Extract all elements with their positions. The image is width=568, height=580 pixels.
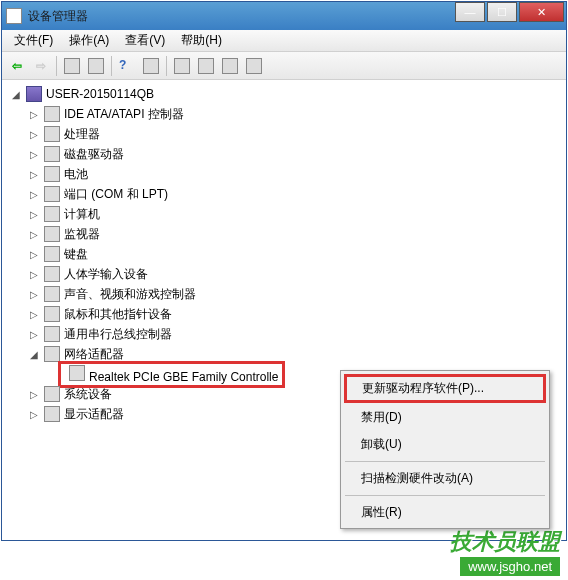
expander-icon[interactable]: ▷ — [28, 128, 40, 140]
toolbar-separator — [56, 56, 57, 76]
device-category-icon — [44, 326, 60, 342]
disable-button[interactable] — [243, 55, 265, 77]
tree-node[interactable]: ▷人体学输入设备 — [6, 264, 562, 284]
menu-view[interactable]: 查看(V) — [117, 30, 173, 51]
tree-node[interactable]: ▷鼠标和其他指针设备 — [6, 304, 562, 324]
expander-icon[interactable]: ▷ — [28, 188, 40, 200]
tree-node[interactable]: ▷通用串行总线控制器 — [6, 324, 562, 344]
expander-icon[interactable]: ▷ — [28, 148, 40, 160]
computer-icon — [26, 86, 42, 102]
device-category-icon — [44, 186, 60, 202]
device-category-icon — [44, 146, 60, 162]
root-label: USER-20150114QB — [46, 87, 154, 101]
ctx-uninstall[interactable]: 卸载(U) — [343, 431, 547, 458]
context-menu: 更新驱动程序软件(P)... 禁用(D) 卸载(U) 扫描检测硬件改动(A) 属… — [340, 370, 550, 529]
update-button[interactable] — [171, 55, 193, 77]
scan-button[interactable] — [195, 55, 217, 77]
update-icon — [174, 58, 190, 74]
device-category-icon — [44, 106, 60, 122]
menu-help[interactable]: 帮助(H) — [173, 30, 230, 51]
maximize-button[interactable]: ☐ — [487, 2, 517, 22]
device-label: Realtek PCIe GBE Family Controlle — [89, 370, 278, 384]
node-label: 显示适配器 — [64, 406, 124, 423]
view-list-button[interactable] — [61, 55, 83, 77]
arrow-left-icon: ⇦ — [12, 59, 22, 73]
tree-node[interactable]: ▷声音、视频和游戏控制器 — [6, 284, 562, 304]
device-category-icon — [44, 246, 60, 262]
ctx-disable[interactable]: 禁用(D) — [343, 404, 547, 431]
tree-node[interactable]: ▷监视器 — [6, 224, 562, 244]
selected-device[interactable]: Realtek PCIe GBE Family Controlle — [58, 361, 285, 388]
ctx-separator — [345, 495, 545, 496]
expander-icon[interactable]: ▷ — [28, 408, 40, 420]
watermark: 技术员联盟 www.jsgho.net — [450, 527, 560, 576]
expander-icon[interactable]: ◢ — [28, 348, 40, 360]
device-category-icon — [44, 386, 60, 402]
expander-icon[interactable]: ▷ — [28, 168, 40, 180]
properties-icon — [143, 58, 159, 74]
tree-root[interactable]: ◢ USER-20150114QB — [6, 84, 562, 104]
menu-file[interactable]: 文件(F) — [6, 30, 61, 51]
expander-icon[interactable]: ▷ — [28, 388, 40, 400]
menubar: 文件(F) 操作(A) 查看(V) 帮助(H) — [2, 30, 566, 52]
ctx-scan[interactable]: 扫描检测硬件改动(A) — [343, 465, 547, 492]
watermark-url: www.jsgho.net — [460, 557, 560, 576]
help-button[interactable]: ? — [116, 55, 138, 77]
device-category-icon — [44, 406, 60, 422]
close-button[interactable]: ✕ — [519, 2, 564, 22]
forward-button[interactable]: ⇨ — [30, 55, 52, 77]
expander-icon[interactable]: ▷ — [28, 328, 40, 340]
device-category-icon — [44, 166, 60, 182]
list-icon — [64, 58, 80, 74]
toolbar-separator — [111, 56, 112, 76]
arrow-right-icon: ⇨ — [36, 59, 46, 73]
device-category-icon — [44, 306, 60, 322]
node-label: 处理器 — [64, 126, 100, 143]
uninstall-button[interactable] — [219, 55, 241, 77]
node-label: 端口 (COM 和 LPT) — [64, 186, 168, 203]
tree-node[interactable]: ▷处理器 — [6, 124, 562, 144]
menu-action[interactable]: 操作(A) — [61, 30, 117, 51]
tree-node[interactable]: ▷计算机 — [6, 204, 562, 224]
scan-icon — [198, 58, 214, 74]
node-label: 监视器 — [64, 226, 100, 243]
ctx-update-driver[interactable]: 更新驱动程序软件(P)... — [344, 374, 546, 403]
detail-icon — [88, 58, 104, 74]
device-category-icon — [44, 266, 60, 282]
node-label: 鼠标和其他指针设备 — [64, 306, 172, 323]
device-category-icon — [44, 286, 60, 302]
node-label: 键盘 — [64, 246, 88, 263]
uninstall-icon — [222, 58, 238, 74]
expander-icon[interactable]: ▷ — [28, 108, 40, 120]
expander-icon[interactable]: ▷ — [28, 288, 40, 300]
ctx-properties[interactable]: 属性(R) — [343, 499, 547, 526]
app-icon — [6, 8, 22, 24]
tree-node[interactable]: ▷键盘 — [6, 244, 562, 264]
node-label: IDE ATA/ATAPI 控制器 — [64, 106, 184, 123]
node-label: 声音、视频和游戏控制器 — [64, 286, 196, 303]
window-controls: — ☐ ✕ — [455, 2, 564, 22]
properties-button[interactable] — [140, 55, 162, 77]
expander-icon[interactable]: ▷ — [28, 308, 40, 320]
node-label: 计算机 — [64, 206, 100, 223]
titlebar: 设备管理器 — ☐ ✕ — [2, 2, 566, 30]
node-label: 通用串行总线控制器 — [64, 326, 172, 343]
tree-node[interactable]: ▷IDE ATA/ATAPI 控制器 — [6, 104, 562, 124]
tree-node[interactable]: ▷端口 (COM 和 LPT) — [6, 184, 562, 204]
tree-node[interactable]: ▷磁盘驱动器 — [6, 144, 562, 164]
expander-icon[interactable]: ▷ — [28, 208, 40, 220]
expander-icon[interactable]: ▷ — [28, 248, 40, 260]
device-category-icon — [44, 126, 60, 142]
node-label: 磁盘驱动器 — [64, 146, 124, 163]
expander-icon[interactable]: ▷ — [28, 268, 40, 280]
toolbar: ⇦ ⇨ ? — [2, 52, 566, 80]
view-detail-button[interactable] — [85, 55, 107, 77]
expander-icon[interactable]: ◢ — [10, 88, 22, 100]
tree-node[interactable]: ▷电池 — [6, 164, 562, 184]
network-adapter-icon — [69, 365, 85, 381]
expander-icon[interactable]: ▷ — [28, 228, 40, 240]
minimize-button[interactable]: — — [455, 2, 485, 22]
node-label: 系统设备 — [64, 386, 112, 403]
back-button[interactable]: ⇦ — [6, 55, 28, 77]
ctx-separator — [345, 461, 545, 462]
